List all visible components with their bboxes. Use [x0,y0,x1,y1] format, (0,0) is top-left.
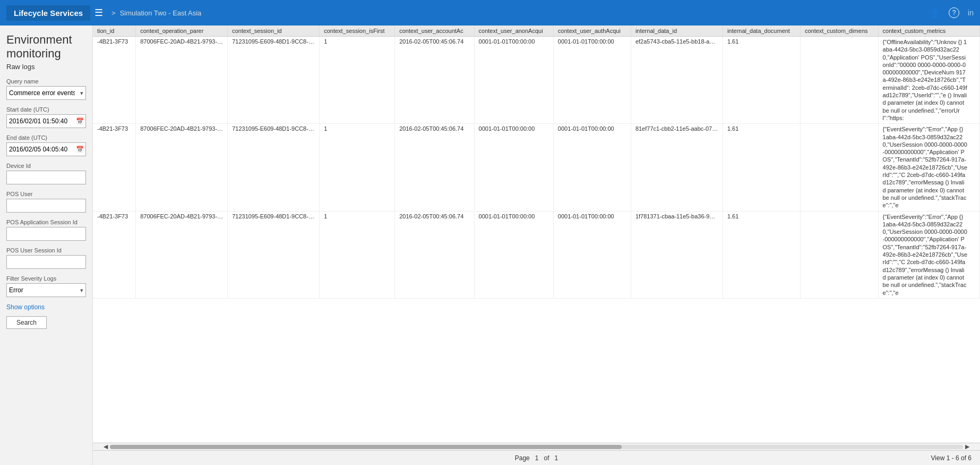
col-context-user-accountac: context_user_accountAc [395,26,474,37]
cell-context_user_authAcqui: 0001-01-01T00:00:00 [553,37,631,124]
page-label: Page [515,454,530,462]
user-icon[interactable]: 👤 [930,8,940,18]
cell-internal_data_id: 81ef77c1-cbb2-11e5-aabc-071cd1814b28 [631,124,723,211]
search-button[interactable]: Search [6,316,47,329]
footer-bar: Page 1 of 1 View 1 - 6 of 6 [93,450,980,465]
cell-context_session_id: 71231095-E609-48D1-9CC8-764F11E2984B [228,124,320,211]
filter-severity-label: Filter Severity Logs [6,275,86,282]
col-context-user-anonacqui: context_user_anonAcqui [474,26,553,37]
cell-context_user_accountAc: 2016-02-05T00:45:06.74 [395,124,474,211]
end-date-input[interactable] [6,142,86,156]
table-wrapper[interactable]: tion_id context_operation_parer context_… [93,26,980,443]
device-id-label: Device Id [6,163,86,169]
col-context-operation-parer: context_operation_parer [136,26,228,37]
pos-user-session-input[interactable] [6,255,86,269]
start-date-group: Start date (UTC) 📅 [6,106,86,128]
page-subtitle: Raw logs [6,63,86,71]
end-date-group: End date (UTC) 📅 [6,134,86,156]
filter-severity-group: Filter Severity Logs Error Warning Info [6,275,86,297]
col-context-session-id: context_session_id [228,26,320,37]
page-title: Environment monitoring [6,33,86,61]
col-internal-data-id: internal_data_id [631,26,723,37]
col-internal-data-document: internal_data_document [723,26,800,37]
page-of: of [544,454,549,462]
query-name-group: Query name Commerce error events [6,78,86,100]
cell-internal_data_document: 1.61 [723,37,800,124]
cell-tion_id: -4B21-3F73 [93,124,136,211]
col-context-custom-dimens: context_custom_dimens [800,26,878,37]
view-info: View 1 - 6 of 6 [931,454,972,462]
cell-context_session_id: 71231095-E609-48D1-9CC8-764F11E2984B [228,211,320,298]
cell-context_session_id: 71231095-E609-48D1-9CC8-764F11E2984B [228,37,320,124]
cell-internal_data_id: ef2a5743-cba5-11e5-bb18-a7250ec3ca43 [631,37,723,124]
col-context-session-isfirst: context_session_isFirst [320,26,395,37]
cell-context_custom_metrics: {"OfflineAvailability":"Unknov {} 1aba-4… [878,37,979,124]
table-row: -4B21-3F7387006FEC-20AD-4B21-9793-BB3959… [93,124,980,211]
col-context-custom-metrics: context_custom_metrics [878,26,979,37]
end-date-label: End date (UTC) [6,134,86,141]
col-tion-id: tion_id [93,26,136,37]
cell-context_user_anonAcqui: 0001-01-01T00:00:00 [474,37,553,124]
pos-user-group: POS User [6,191,86,213]
scroll-right-arrow[interactable]: ▶ [963,443,972,450]
hamburger-icon[interactable]: ☰ [94,7,103,19]
cell-context_session_isFirst: 1 [320,211,395,298]
pos-user-session-label: POS User Session Id [6,247,86,253]
filter-severity-select[interactable]: Error Warning Info [6,283,86,297]
table-header-row: tion_id context_operation_parer context_… [93,26,980,37]
cell-tion_id: -4B21-3F73 [93,211,136,298]
col-context-user-authacqui: context_user_authAcqui [553,26,631,37]
pos-app-session-input[interactable] [6,227,86,241]
top-navbar: Lifecycle Services ☰ > Simulation Two - … [0,0,980,26]
page-current: 1 [535,454,539,462]
pos-user-input[interactable] [6,199,86,213]
cell-context_operation_parer: 87006FEC-20AD-4B21-9793-BB3959FCBF73 [136,124,228,211]
content-area: tion_id context_operation_parer context_… [93,26,980,465]
scroll-left-arrow[interactable]: ◀ [101,443,110,450]
raw-logs-table: tion_id context_operation_parer context_… [93,26,980,299]
pos-app-session-group: POS Application Session Id [6,219,86,241]
nav-icons: 👤 ? in [930,7,974,18]
cell-internal_data_document: 1.61 [723,124,800,211]
page-total: 1 [555,454,558,462]
pagination-info: Page 1 of 1 [515,454,558,462]
device-id-group: Device Id [6,163,86,184]
cell-context_session_isFirst: 1 [320,37,395,124]
notification-icon[interactable]: in [968,9,974,17]
cell-context_custom_dimens [800,124,878,211]
cell-context_operation_parer: 87006FEC-20AD-4B21-9793-BB3959FCBF73 [136,37,228,124]
cell-internal_data_id: 1f781371-cbaa-11e5-ba36-9b5a5a0628b7 [631,211,723,298]
cell-context_session_isFirst: 1 [320,124,395,211]
start-date-input[interactable] [6,114,86,128]
cell-context_user_anonAcqui: 0001-01-01T00:00:00 [474,124,553,211]
start-date-label: Start date (UTC) [6,106,86,113]
table-row: -4B21-3F7387006FEC-20AD-4B21-9793-BB3959… [93,211,980,298]
pos-user-label: POS User [6,191,86,197]
cell-internal_data_document: 1.61 [723,211,800,298]
device-id-input[interactable] [6,171,86,184]
cell-context_user_authAcqui: 0001-01-01T00:00:00 [553,211,631,298]
hscrollbar-track[interactable] [110,445,963,449]
pos-user-session-group: POS User Session Id [6,247,86,269]
sidebar-panel: Environment monitoring Raw logs Query na… [0,26,93,465]
main-container: Environment monitoring Raw logs Query na… [0,26,980,465]
cell-context_user_authAcqui: 0001-01-01T00:00:00 [553,124,631,211]
query-name-label: Query name [6,78,86,84]
show-options-link[interactable]: Show options [6,303,86,311]
cell-context_user_anonAcqui: 0001-01-01T00:00:00 [474,211,553,298]
query-name-select[interactable]: Commerce error events [6,86,86,100]
hscrollbar-thumb[interactable] [110,445,622,449]
brand-logo[interactable]: Lifecycle Services [6,5,90,21]
hscrollbar[interactable]: ◀ ▶ [93,443,980,450]
cell-context_custom_dimens [800,37,878,124]
cell-context_user_accountAc: 2016-02-05T00:45:06.74 [395,37,474,124]
breadcrumb-text: Simulation Two - East Asia [120,9,202,17]
help-icon[interactable]: ? [949,7,959,18]
cell-context_custom_metrics: {"EventSeverity":"Error","App {} 1aba-44… [878,124,979,211]
cell-context_user_accountAc: 2016-02-05T00:45:06.74 [395,211,474,298]
cell-context_custom_metrics: {"EventSeverity":"Error","App {} 1aba-44… [878,211,979,298]
breadcrumb-sep: > [111,9,116,17]
cell-context_operation_parer: 87006FEC-20AD-4B21-9793-BB3959FCBF73 [136,211,228,298]
table-row: -4B21-3F7387006FEC-20AD-4B21-9793-BB3959… [93,37,980,124]
pos-app-session-label: POS Application Session Id [6,219,86,225]
